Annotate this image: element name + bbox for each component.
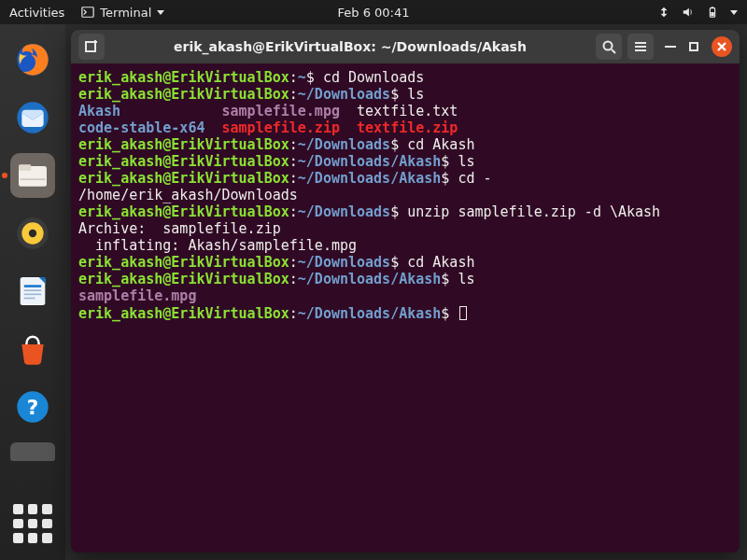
dock-app-libreoffice-writer[interactable]: [10, 269, 55, 314]
chevron-down-icon: [157, 10, 164, 15]
svg-rect-19: [86, 42, 95, 51]
svg-point-11: [29, 230, 36, 237]
svg-point-20: [604, 42, 613, 50]
search-button[interactable]: [596, 34, 622, 60]
dock: ?: [0, 24, 65, 560]
status-area[interactable]: [657, 6, 738, 19]
battery-icon: [706, 6, 719, 19]
dock-app-software[interactable]: [10, 327, 55, 371]
cursor: [459, 306, 467, 320]
running-indicator: [2, 173, 7, 178]
maximize-button[interactable]: [689, 42, 698, 51]
volume-icon: [682, 6, 695, 19]
top-bar: Activities Terminal Feb 6 00:41: [0, 0, 747, 24]
chevron-down-icon: [730, 10, 738, 15]
hamburger-menu-button[interactable]: [627, 34, 654, 60]
dock-app-thunderbird[interactable]: [10, 95, 55, 140]
dock-app-help[interactable]: ?: [10, 385, 55, 429]
dock-trash[interactable]: [10, 442, 55, 461]
svg-rect-2: [712, 7, 714, 7]
network-icon: [657, 6, 670, 19]
terminal-icon: [81, 6, 94, 19]
clock[interactable]: Feb 6 00:41: [337, 6, 409, 20]
minimize-button[interactable]: [665, 46, 676, 48]
titlebar[interactable]: erik_akash@ErikVirtualBox: ~/Downloads/A…: [71, 30, 740, 63]
active-app-menu[interactable]: Terminal: [81, 6, 164, 20]
terminal-output[interactable]: erik_akash@ErikVirtualBox:~$ cd Download…: [71, 63, 740, 553]
activities-button[interactable]: Activities: [9, 6, 64, 20]
svg-rect-0: [82, 7, 93, 18]
dock-app-firefox[interactable]: [10, 37, 55, 82]
svg-rect-15: [24, 294, 41, 296]
new-tab-button[interactable]: [78, 34, 105, 60]
svg-rect-14: [24, 289, 41, 291]
svg-rect-13: [24, 285, 41, 287]
terminal-window: erik_akash@ErikVirtualBox: ~/Downloads/A…: [71, 30, 740, 553]
active-app-label: Terminal: [100, 6, 151, 20]
show-applications-button[interactable]: [13, 504, 52, 543]
svg-text:?: ?: [27, 396, 39, 419]
close-button[interactable]: [712, 36, 732, 57]
window-title: erik_akash@ErikVirtualBox: ~/Downloads/A…: [110, 39, 590, 54]
svg-rect-7: [19, 164, 31, 171]
dock-app-files[interactable]: [10, 153, 55, 198]
svg-rect-8: [21, 178, 46, 180]
svg-rect-3: [711, 12, 714, 16]
dock-app-rhythmbox[interactable]: [10, 211, 55, 256]
svg-rect-16: [24, 298, 35, 300]
